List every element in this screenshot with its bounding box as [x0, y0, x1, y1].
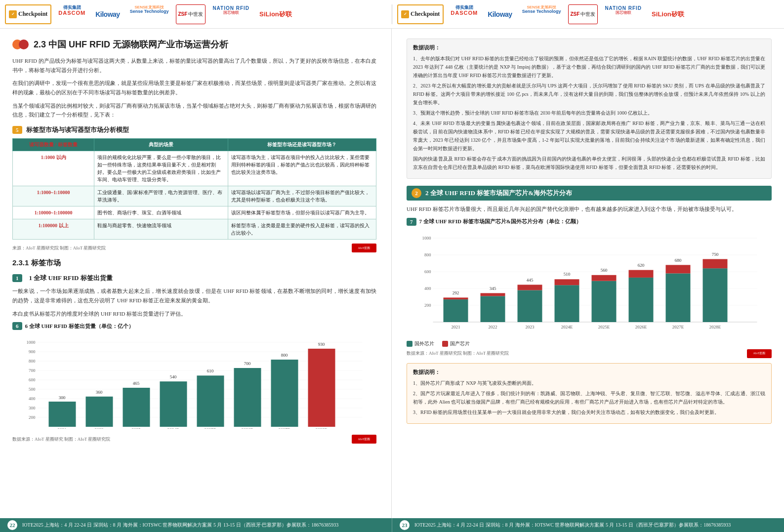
table-header-scenario: 典型的场景: [94, 139, 228, 151]
header-right: ✓ Checkpoint 得实集团 DASCOM Kiloway SENSE龙旭…: [392, 0, 784, 28]
table-cell-ratio: 1:100000 以上: [13, 219, 94, 240]
section2-title: 2 全球 UHF RFID 标签市场国产芯片&海外芯片分布: [425, 189, 572, 198]
dot-red: [19, 40, 29, 49]
svg-rect-73: [703, 268, 728, 322]
svg-text:1000: 1000: [422, 236, 432, 241]
svg-text:2026E: 2026E: [242, 427, 253, 429]
data-note-box-top: 数据说明： 1、去年的版本我们对 UHF RFID 标签的出货量已经给出了较现的…: [407, 39, 772, 179]
svg-text:2021: 2021: [452, 325, 460, 329]
checkpoint-label-left: Checkpoint: [18, 10, 47, 18]
data-note-3: 3、预测这个增长趋势，预计全球的 UHF RFID 标签市场在 2030 年前后…: [413, 109, 765, 117]
table-cell-type: 读写器场以读写器厂商为主，不过部分项目标签的产值比较大，尤其是特种型标签，也会积…: [228, 186, 376, 206]
svg-rect-29: [271, 360, 298, 427]
svg-rect-27: [234, 368, 261, 427]
table-section-label: 5 标签型市场与读写器型市场分析模型: [12, 125, 376, 134]
brand-kiloway-right: Kiloway: [485, 4, 515, 24]
section2-num: 2: [412, 188, 421, 198]
svg-text:445: 445: [527, 278, 534, 283]
chart6-title: 6 全球 UHF RFID 标签出货量（单位：亿个）: [25, 323, 134, 330]
legend-dot-foreign: [407, 341, 413, 347]
svg-text:2021: 2021: [58, 427, 67, 429]
table-label-badge: 5: [12, 126, 22, 134]
svg-text:400: 400: [424, 286, 431, 291]
main-content: 2.3 中国 UHF RFID 无源物联网产业市场运营分析 UHF RFID 的…: [0, 29, 784, 518]
table-cell-scenario: 鞋服与商超零售、快速物流等领域: [94, 219, 228, 240]
svg-rect-56: [481, 293, 505, 296]
source-logo-3: AIoT星圈: [747, 349, 772, 358]
svg-rect-61: [555, 285, 579, 322]
bar-chart-right: 1000 800 600 400 200 292 3: [407, 231, 772, 335]
svg-text:345: 345: [490, 286, 496, 291]
bar-2021: [49, 402, 76, 427]
table-row: 1:100000 以上 鞋服与商超零售、快速物流等领域 标签型市场，这类最是最主…: [13, 219, 376, 240]
source-logo-1: AIoT星圈: [352, 244, 376, 252]
table-cell-ratio: 1:10000~1:100000: [13, 206, 94, 219]
brand-zsf-left: ZSF 中世发: [176, 4, 206, 24]
svg-text:700: 700: [29, 368, 36, 373]
sub-heading-231: 2.3.1 标签市场: [12, 258, 376, 268]
svg-text:2025E: 2025E: [598, 325, 610, 329]
svg-text:2027E: 2027E: [279, 427, 290, 429]
footer-page-num-left: 22: [7, 520, 17, 530]
svg-text:900: 900: [29, 349, 36, 354]
section2-body: UHF RFID 标签芯片市场量很大，而且最近几年兴起的国产替代化浪潮中，也有越…: [407, 205, 772, 214]
svg-text:930: 930: [318, 342, 325, 347]
chart7-badge: 7: [407, 218, 416, 226]
chart2-title-row: 7 7 全球 UHF RFID 标签市场国产芯片&国外芯片分布（单位：亿颗）: [407, 218, 772, 226]
svg-text:800: 800: [281, 353, 288, 358]
svg-text:600: 600: [424, 269, 431, 274]
main-section-title: 2.3 中国 UHF RFID 无源物联网产业市场运营分析: [12, 39, 376, 50]
chart-title-row: 6 6 全球 UHF RFID 标签出货量（单位：亿个）: [12, 322, 376, 330]
body-para-1: UHF RFID 的产品线分为标签与读写器这两大类，从数量上来说，标签的量比读写…: [12, 56, 376, 75]
brand-zsf-right: ZSF 中世发: [568, 4, 598, 24]
source-logo-2: AIoT星圈: [352, 435, 376, 444]
table-source: 来源：AIoT 星圈研究院 制图：AIoT 星圈研究院 AIoT星圈: [12, 244, 376, 252]
chart7-title: 7 全球 UHF RFID 标签市场国产芯片&国外芯片分布（单位：亿颗）: [419, 218, 581, 225]
svg-text:2022: 2022: [95, 427, 104, 429]
chart2-legend: 国外芯片 国产芯片: [407, 340, 772, 347]
svg-rect-52: [444, 299, 468, 322]
table-label-text: 标签型市场与读写器型市场分析模型: [26, 125, 129, 134]
svg-rect-68: [629, 270, 654, 277]
brand-silion-left: SiLion矽联: [256, 4, 295, 24]
svg-rect-62: [555, 279, 579, 285]
svg-text:2023: 2023: [526, 325, 535, 329]
svg-text:800: 800: [424, 252, 431, 257]
svg-rect-65: [592, 275, 617, 281]
brand-nation-right: NATION RFID 国芯物联: [602, 4, 645, 24]
chart-source-text-left: 数据来源：AIoT 星圈研究 制图：AIoT 星圈研究院: [12, 436, 110, 443]
svg-text:680: 680: [675, 258, 682, 263]
chart-svg-right: 1000 800 600 400 200 292 3: [407, 231, 772, 334]
brand-checkpoint-left: ✓ Checkpoint: [5, 4, 51, 24]
table-header-ratio: 读写器数量 / 标签数量: [13, 139, 94, 151]
svg-text:540: 540: [170, 374, 177, 379]
svg-text:300: 300: [59, 395, 66, 400]
data-note2-1: 1、国外芯片厂商形成了 NXP 与英飞凌双头垄断的局面。: [413, 379, 765, 387]
header: ✓ Checkpoint 得实集团 DASCOM Kiloway SENSE龙旭…: [0, 0, 784, 29]
svg-text:610: 610: [207, 368, 214, 373]
table-cell-ratio: 1:1000~1:10000: [13, 186, 94, 206]
bar-chart-left: 1000 900 800 700 600 500 400 300 200: [12, 335, 376, 430]
table-cell-type: 读写器市场为主，读写器在项目中的投入占比比较大，某些需要用到特种标签的项目，标签…: [228, 151, 376, 186]
svg-rect-53: [444, 297, 468, 299]
data-note-5: 国内的快递普及及 RFID 标签会存在于成本方面的挑战因为目前国内的快递包裹的单…: [413, 155, 765, 171]
svg-rect-71: [666, 265, 691, 273]
footer-right: 23 IOTE2025 上海站：4 月 22-24 日 深圳站：8 月 海外展：…: [392, 518, 784, 532]
checkpoint-icon-right: ✓: [401, 10, 409, 18]
brand-silion-right: SiLion矽联: [649, 4, 687, 24]
section-icon: [12, 40, 29, 49]
table-header-type: 标签型市场还是读写器型市场？: [228, 139, 376, 151]
chart2-source: 数据来源：AIoT 星圈研究院 制图：AIoT 星圈研究院 AIoT星圈: [407, 349, 772, 358]
chart-svg-left: 1000 900 800 700 600 500 400 300 200: [12, 335, 376, 429]
chart-section-label: 1 1 全球 UHF RFID 标签出货量: [12, 274, 376, 283]
table-row: 1:10000~1:100000 图书馆、商场行李、珠宝、白酒等领域 该区间整体…: [13, 206, 376, 219]
page-left: 2.3 中国 UHF RFID 无源物联网产业市场运营分析 UHF RFID 的…: [0, 29, 392, 518]
svg-rect-67: [629, 278, 654, 322]
svg-rect-25: [197, 375, 224, 427]
svg-text:2022: 2022: [489, 325, 497, 329]
table-cell-ratio: 1:1000 以内: [13, 151, 94, 186]
svg-text:510: 510: [564, 272, 571, 277]
brand-dascom-left: 得实集团 DASCOM: [55, 4, 88, 24]
svg-text:500: 500: [29, 387, 36, 392]
legend-foreign-label: 国外芯片: [414, 340, 434, 347]
